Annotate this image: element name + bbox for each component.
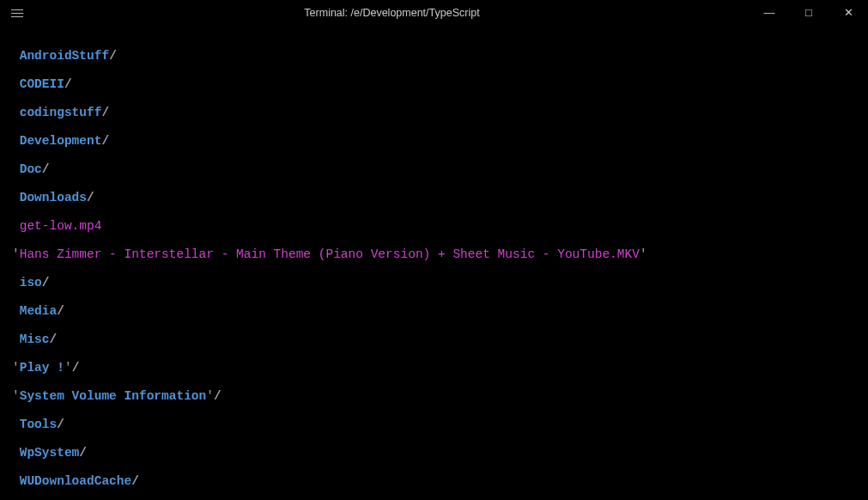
hamburger-menu[interactable] xyxy=(0,9,34,17)
close-icon: ✕ xyxy=(844,6,853,21)
maximize-icon: □ xyxy=(805,6,812,21)
maximize-button[interactable]: □ xyxy=(789,0,829,26)
list-item: WUDownloadCache/ xyxy=(12,474,856,489)
list-item: Tools/ xyxy=(12,418,856,432)
list-item: iso/ xyxy=(12,276,856,290)
window-title: Terminal: /e/Development/TypeScript xyxy=(34,6,750,21)
list-item: Downloads/ xyxy=(12,191,856,205)
list-item: 'Hans Zimmer - Interstellar - Main Theme… xyxy=(12,247,856,262)
list-item: AndroidStuff/ xyxy=(12,49,856,64)
list-item: Media/ xyxy=(12,304,856,319)
list-item: codingstuff/ xyxy=(12,106,856,120)
list-item: CODEII/ xyxy=(12,77,856,92)
list-item: Doc/ xyxy=(12,162,856,177)
hamburger-icon xyxy=(11,9,23,17)
titlebar: Terminal: /e/Development/TypeScript — □ … xyxy=(0,0,868,26)
close-button[interactable]: ✕ xyxy=(829,0,868,26)
minimize-icon: — xyxy=(764,6,775,21)
list-item: 'System Volume Information'/ xyxy=(12,389,856,404)
list-item: Development/ xyxy=(12,134,856,149)
list-item: get-low.mp4 xyxy=(12,219,856,234)
terminal-output[interactable]: AndroidStuff/ CODEII/ codingstuff/ Devel… xyxy=(0,26,868,500)
minimize-button[interactable]: — xyxy=(750,0,789,26)
list-item: Misc/ xyxy=(12,332,856,347)
list-item: WpSystem/ xyxy=(12,446,856,460)
window-controls: — □ ✕ xyxy=(750,0,868,26)
list-item: 'Play !'/ xyxy=(12,361,856,375)
